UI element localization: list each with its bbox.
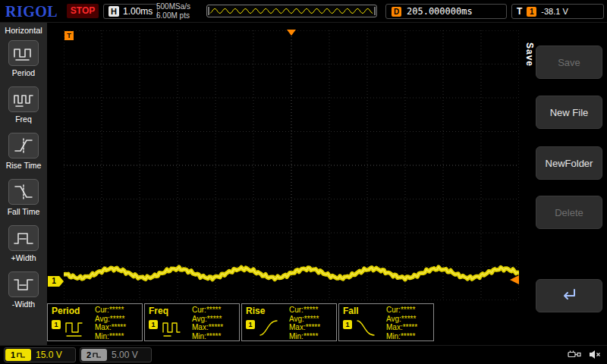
measurement-panel-rise: Rise 1 Cur:***** Avg:***** Max:***** Min… <box>241 303 337 341</box>
measurement-name: Freq <box>149 306 168 316</box>
channel2-scale: 5.00 V <box>112 350 138 360</box>
field-label: Cur: <box>386 306 401 314</box>
save-button[interactable]: Save <box>536 46 602 79</box>
channel1-number: 1 <box>11 350 15 359</box>
left-softkey-menu: Horizontal Period Freq Rise Time Fall Ti… <box>0 23 47 345</box>
right-softkey-menu: Save Save New File NewFolder Delete <box>524 23 607 345</box>
rise-time-icon <box>8 133 39 158</box>
left-menu-label: Period <box>12 68 35 77</box>
field-label: Avg: <box>192 315 207 323</box>
channel2-number: 2 <box>86 350 91 359</box>
channel-badge: 1 <box>52 320 61 329</box>
channel1-tag: 1 <box>5 349 31 361</box>
left-menu-item-rise-time[interactable]: Rise Time <box>6 133 42 170</box>
left-menu-item-minus-width[interactable]: -Width <box>8 271 39 309</box>
field-value: ***** <box>206 306 221 314</box>
left-menu-item-fall-time[interactable]: Fall Time <box>8 179 40 216</box>
field-value: ***** <box>304 306 318 314</box>
usb-icon <box>568 349 581 362</box>
measurement-panel-freq: Freq 1 Cur:***** Avg:***** Max:***** Min… <box>144 303 240 341</box>
status-icons <box>568 349 601 362</box>
channel-badge: 1 <box>343 320 352 329</box>
field-label: Cur: <box>192 306 206 314</box>
field-value: ***** <box>110 315 124 323</box>
channel1-scale: 15.0 V <box>36 350 62 360</box>
fall-measure-icon <box>356 317 376 341</box>
field-value: ***** <box>109 306 124 314</box>
channel-wave-icon <box>93 352 102 359</box>
field-label: Min: <box>95 332 109 340</box>
field-value: ***** <box>401 332 415 340</box>
field-value: ***** <box>206 332 221 340</box>
speaker-muted-icon <box>589 349 601 362</box>
field-value: ***** <box>209 323 223 331</box>
preview-waveform-icon <box>207 5 376 17</box>
trigger-readout: T 1 -38.1 V <box>511 4 604 19</box>
field-value: ***** <box>304 315 319 323</box>
field-label: Min: <box>289 332 304 340</box>
trigger-label: T <box>517 6 522 17</box>
left-menu-label: Fall Time <box>8 207 40 216</box>
measurement-row: Period 1 Cur:***** Avg:***** Max:***** M… <box>47 303 434 341</box>
delay-label: D <box>392 7 401 17</box>
field-label: Avg: <box>289 315 304 323</box>
field-value: ***** <box>207 315 222 323</box>
memory-depth: 6.00M pts <box>156 11 190 20</box>
period-icon <box>8 40 39 66</box>
field-value: ***** <box>304 332 318 340</box>
return-arrow-icon <box>559 286 579 306</box>
channel1-zero-marker[interactable]: 1 <box>48 276 64 287</box>
menu-tab-save: Save <box>524 42 535 67</box>
left-menu-item-plus-width[interactable]: +Width <box>8 225 39 262</box>
oscilloscope-screen: RIGOL STOP H 1.00ms 500MSa/s 6.00M pts D… <box>0 0 607 364</box>
horizontal-label: H <box>109 6 119 17</box>
rise-measure-icon <box>259 317 278 341</box>
scope-graticule-and-waveform <box>64 30 519 300</box>
field-label: Max: <box>192 323 209 331</box>
measurement-name: Rise <box>246 306 265 316</box>
freq-measure-icon <box>162 317 181 341</box>
enter-button[interactable] <box>536 279 602 312</box>
horizontal-timebase-readout: H 1.00ms <box>103 4 158 19</box>
channel2-status[interactable]: 2 5.00 V <box>80 347 152 362</box>
memory-waveform-preview <box>206 5 377 17</box>
channel-wave-icon <box>17 352 26 359</box>
run-state-badge: STOP <box>67 4 99 18</box>
brand-logo: RIGOL <box>5 3 58 20</box>
field-label: Min: <box>192 332 206 340</box>
timebase-value: 1.00ms <box>123 6 153 17</box>
trigger-level-value: -38.1 V <box>541 7 568 16</box>
scope-display: T 1 Period 1 Cur:***** Avg:***** Max:***… <box>47 23 524 345</box>
field-value: ***** <box>401 315 416 323</box>
channel2-tag: 2 <box>81 349 107 361</box>
field-label: Cur: <box>95 306 109 314</box>
minus-width-icon <box>8 271 39 297</box>
field-value: ***** <box>306 323 320 331</box>
field-value: ***** <box>109 332 124 340</box>
delay-readout: D 205.000000ms <box>385 4 507 19</box>
field-label: Min: <box>386 332 401 340</box>
measurement-name: Fall <box>343 306 359 316</box>
field-value: ***** <box>403 323 417 331</box>
left-menu-item-freq[interactable]: Freq <box>8 86 39 124</box>
trigger-position-marker[interactable] <box>287 30 296 36</box>
field-label: Max: <box>95 323 112 331</box>
new-folder-button[interactable]: NewFolder <box>536 146 602 180</box>
delete-button[interactable]: Delete <box>536 196 602 229</box>
freq-icon <box>8 86 39 112</box>
field-label: Cur: <box>289 306 304 314</box>
fall-time-icon <box>8 179 39 205</box>
field-value: ***** <box>401 306 415 314</box>
channel-status-bar: 1 15.0 V 2 5.00 V <box>0 345 607 364</box>
field-label: Max: <box>289 323 306 331</box>
left-menu-label: Freq <box>15 115 32 124</box>
field-label: Avg: <box>386 315 401 323</box>
left-menu-label: +Width <box>11 253 36 262</box>
left-menu-title: Horizontal <box>5 26 42 35</box>
left-menu-item-period[interactable]: Period <box>8 40 39 77</box>
channel1-status[interactable]: 1 15.0 V <box>4 347 76 362</box>
left-menu-label: -Width <box>12 300 35 309</box>
new-file-button[interactable]: New File <box>536 96 602 129</box>
sample-rate: 500MSa/s <box>156 2 190 11</box>
left-menu-label: Rise Time <box>6 161 42 170</box>
